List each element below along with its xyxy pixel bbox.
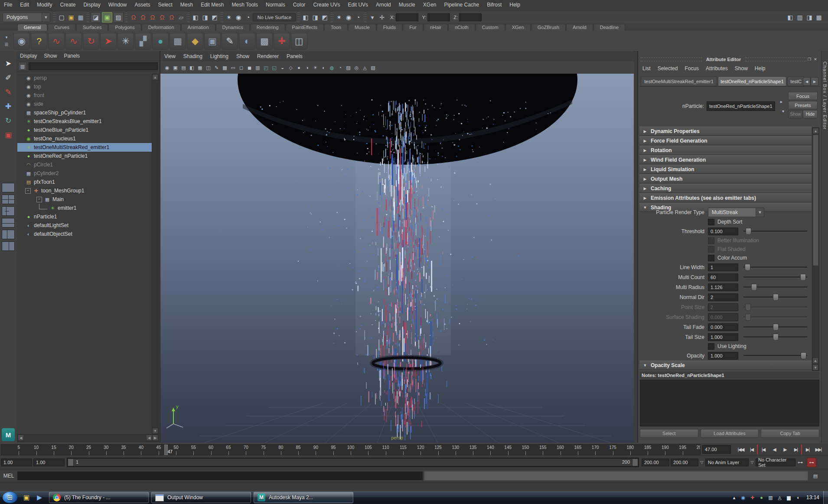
camera-attributes-icon[interactable]: ▤: [179, 64, 188, 72]
shelf-tab-fluids[interactable]: Fluids: [377, 24, 402, 31]
shelf-diamond-icon[interactable]: ◆: [187, 33, 203, 49]
section-header-wind-field-generation[interactable]: ▶Wind Field Generation: [639, 155, 812, 164]
wireframe-icon[interactable]: ◇: [287, 64, 295, 72]
outliner-vertical-scrollbar[interactable]: ▲ ▼: [152, 74, 159, 434]
outliner-item-testonemultistreakred-emitter1[interactable]: ✳testOneMultiStreakRed_emitter1: [17, 143, 153, 152]
outliner-search-input[interactable]: [29, 62, 158, 70]
select-by-object-icon[interactable]: ▣: [102, 12, 112, 23]
lock-camera-icon[interactable]: ▣: [171, 64, 179, 72]
outliner-item-front[interactable]: ◉front: [17, 91, 153, 100]
shelf-tab-deformation[interactable]: Deformation: [142, 24, 181, 31]
sidebar-attribute-editor-icon[interactable]: ◧: [786, 13, 795, 22]
particle-render-type-dropdown[interactable]: MultiStreak▼: [708, 208, 764, 217]
slider-handle[interactable]: [800, 274, 806, 281]
opacity-slider[interactable]: [743, 355, 807, 357]
safe-action-icon[interactable]: ◰: [262, 64, 270, 72]
outliner-filter-icon[interactable]: ▥: [18, 62, 27, 71]
attribute-editor-menu-help[interactable]: Help: [751, 65, 769, 72]
outliner-item-pcircle1[interactable]: ◠pCircle1: [17, 160, 153, 169]
scale-tool-icon[interactable]: ▣: [2, 128, 15, 141]
threshold-field[interactable]: 0.100: [708, 228, 738, 235]
scroll-up-icon[interactable]: ▲: [812, 128, 819, 134]
menu-mesh-tools[interactable]: Mesh Tools: [228, 0, 262, 10]
save-scene-icon[interactable]: ▦: [76, 13, 85, 22]
outliner-item-testonestreaksblue-emitter1[interactable]: ✳testOneStreaksBlue_emitter1: [17, 117, 153, 126]
line-width-slider[interactable]: [743, 267, 807, 268]
snap-to-grid-icon[interactable]: Ω: [129, 13, 138, 22]
attribute-editor-menu-show[interactable]: Show: [731, 65, 751, 72]
shelf-plus-icon[interactable]: ✚: [274, 33, 290, 49]
range-end-handle[interactable]: [632, 459, 638, 466]
select-by-hierarchy-icon[interactable]: ◪: [91, 12, 101, 23]
construction-history-icon[interactable]: ◩: [210, 13, 219, 22]
lasso-select-tool-icon[interactable]: ✐: [2, 71, 15, 84]
layout-four-pane-button[interactable]: [2, 195, 15, 204]
taskbar-clock[interactable]: 13:14: [802, 494, 823, 501]
auto-keyframe-toggle[interactable]: ⊶: [807, 458, 816, 467]
shelf-sphere-teal-icon[interactable]: ●: [152, 33, 169, 49]
shelf-tab-surfaces[interactable]: Surfaces: [76, 24, 108, 31]
multi-radius-field[interactable]: 1.126: [708, 283, 738, 291]
shelf-curve-tool-1-icon[interactable]: ∿: [48, 33, 65, 49]
snap-to-projected-center-icon[interactable]: Ω: [157, 13, 167, 22]
safe-title-icon[interactable]: ◱: [270, 64, 278, 72]
threshold-slider[interactable]: [743, 231, 807, 232]
snap-to-point-icon[interactable]: Ω: [148, 13, 157, 22]
go-to-start-button[interactable]: |◀◀: [735, 444, 746, 455]
shelf-tab-curves[interactable]: Curves: [48, 24, 76, 31]
move-tool-icon[interactable]: ✚: [2, 100, 15, 113]
taskbar-app-output-window[interactable]: Output Window: [151, 492, 251, 503]
outliner-item-side[interactable]: ◉side: [17, 100, 153, 108]
notes-textarea[interactable]: [640, 380, 819, 426]
slider-handle[interactable]: [745, 264, 750, 271]
depth-sort-checkbox[interactable]: [708, 219, 714, 225]
shelf-clapper-icon[interactable]: ◫: [291, 33, 307, 49]
taskbar-app-autodesk-maya-2[interactable]: MAutodesk Maya 2...: [254, 492, 353, 503]
screen-space-ao-icon[interactable]: ◍: [328, 64, 336, 72]
coordinate-y-field[interactable]: [427, 13, 450, 21]
open-scene-icon[interactable]: ▣: [66, 13, 76, 22]
copy-tab-button[interactable]: Copy Tab: [761, 429, 819, 438]
attribute-editor-menu-attributes[interactable]: Attributes: [702, 65, 731, 72]
viewport-menu-lighting[interactable]: Lighting: [206, 52, 232, 61]
multisample-aa-icon[interactable]: ▨: [344, 64, 352, 72]
tray-app-blue-icon[interactable]: ◉: [740, 495, 747, 501]
focus-button[interactable]: Focus: [788, 92, 818, 100]
playback-end-field[interactable]: 200.00: [642, 458, 669, 466]
character-set-field[interactable]: No Character Set: [756, 458, 795, 466]
shelf-tab-rendering[interactable]: Rendering: [250, 24, 285, 31]
section-header-rotation[interactable]: ▶Rotation: [639, 146, 812, 155]
tray-volume-icon[interactable]: ◖: [794, 495, 802, 500]
outliner-horizontal-scrollbar[interactable]: ◀ ◀ ▶: [17, 434, 159, 442]
command-input[interactable]: [17, 471, 423, 480]
tail-fade-field[interactable]: 0.000: [708, 323, 738, 331]
use-lighting-checkbox[interactable]: [708, 343, 714, 350]
multi-count-slider[interactable]: [743, 276, 807, 278]
expand-collapse-toggle[interactable]: −: [36, 197, 42, 202]
range-start-handle[interactable]: [68, 459, 74, 466]
step-back-key-button[interactable]: |◀: [757, 444, 769, 455]
menu-normals[interactable]: Normals: [262, 0, 289, 10]
maya-logo[interactable]: M: [2, 428, 15, 441]
panel-restore-icon[interactable]: ❐: [806, 56, 812, 62]
scroll-up-icon[interactable]: ▲: [152, 74, 158, 80]
menu-edit-uvs[interactable]: Edit UVs: [344, 0, 372, 10]
menu-color[interactable]: Color: [289, 0, 310, 10]
scroll-down-icon[interactable]: ▼: [152, 428, 158, 434]
shelf-tab-dynamics[interactable]: Dynamics: [216, 24, 250, 31]
menu-create-uvs[interactable]: Create UVs: [309, 0, 344, 10]
rotate-tool-icon[interactable]: ↻: [2, 114, 15, 127]
attribute-tab-testc[interactable]: testC: [787, 76, 805, 86]
tray-app-green-icon[interactable]: ●: [758, 495, 765, 500]
sidebar-tool-settings-icon[interactable]: ▥: [795, 13, 805, 22]
viewport-menu-view[interactable]: View: [160, 52, 179, 61]
section-header-liquid-simulation[interactable]: ▶Liquid Simulation: [639, 165, 812, 174]
outliner-item-emitter1[interactable]: ✳emitter1: [17, 204, 153, 212]
tray-network-icon[interactable]: ▆: [785, 495, 792, 501]
render-frame-icon[interactable]: ✶: [334, 13, 344, 22]
animation-end-field[interactable]: 200.00: [671, 458, 698, 466]
select-tool-icon[interactable]: ➤: [2, 57, 15, 70]
scroll-right-icon[interactable]: ▶: [152, 435, 158, 441]
current-frame-indicator[interactable]: [164, 445, 168, 455]
scroll-down-icon[interactable]: ▼: [812, 364, 818, 371]
